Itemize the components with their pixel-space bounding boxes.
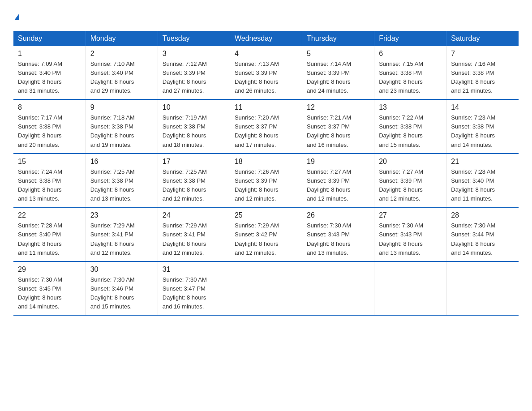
- calendar-cell: [374, 261, 446, 316]
- day-info: Sunrise: 7:13 AMSunset: 3:39 PMDaylight:…: [235, 60, 297, 96]
- calendar-cell: 19Sunrise: 7:27 AMSunset: 3:39 PMDayligh…: [302, 154, 374, 208]
- day-number: 4: [235, 50, 297, 58]
- calendar-cell: 14Sunrise: 7:23 AMSunset: 3:38 PMDayligh…: [446, 99, 519, 154]
- header-monday: Monday: [86, 31, 158, 46]
- day-info: Sunrise: 7:21 AMSunset: 3:37 PMDaylight:…: [307, 113, 369, 150]
- day-number: 26: [307, 211, 369, 219]
- day-number: 6: [379, 50, 442, 58]
- day-number: 10: [163, 103, 225, 111]
- day-info: Sunrise: 7:28 AMSunset: 3:40 PMDaylight:…: [451, 167, 514, 204]
- calendar-cell: 15Sunrise: 7:24 AMSunset: 3:38 PMDayligh…: [13, 154, 86, 208]
- logo-triangle-icon: [14, 13, 19, 20]
- calendar-cell: 31Sunrise: 7:30 AMSunset: 3:47 PMDayligh…: [158, 261, 230, 316]
- header-sunday: Sunday: [13, 31, 86, 46]
- calendar-header-row: SundayMondayTuesdayWednesdayThursdayFrid…: [13, 31, 519, 46]
- day-number: 11: [235, 103, 297, 111]
- day-number: 24: [163, 211, 225, 219]
- calendar-week-row: 22Sunrise: 7:28 AMSunset: 3:40 PMDayligh…: [13, 207, 519, 261]
- day-number: 22: [18, 211, 81, 219]
- day-number: 12: [307, 103, 369, 111]
- calendar-week-row: 15Sunrise: 7:24 AMSunset: 3:38 PMDayligh…: [13, 154, 519, 208]
- calendar-cell: 3Sunrise: 7:12 AMSunset: 3:39 PMDaylight…: [158, 46, 230, 100]
- day-info: Sunrise: 7:15 AMSunset: 3:38 PMDaylight:…: [379, 60, 442, 96]
- day-info: Sunrise: 7:23 AMSunset: 3:38 PMDaylight:…: [451, 113, 514, 150]
- day-number: 27: [379, 211, 442, 219]
- day-info: Sunrise: 7:29 AMSunset: 3:41 PMDaylight:…: [90, 221, 153, 257]
- day-info: Sunrise: 7:14 AMSunset: 3:39 PMDaylight:…: [307, 60, 369, 96]
- day-info: Sunrise: 7:20 AMSunset: 3:37 PMDaylight:…: [235, 113, 297, 150]
- day-info: Sunrise: 7:29 AMSunset: 3:41 PMDaylight:…: [163, 221, 225, 257]
- page-header: [13, 9, 519, 22]
- calendar-cell: 23Sunrise: 7:29 AMSunset: 3:41 PMDayligh…: [86, 207, 158, 261]
- day-info: Sunrise: 7:27 AMSunset: 3:39 PMDaylight:…: [307, 167, 369, 204]
- calendar-cell: 25Sunrise: 7:29 AMSunset: 3:42 PMDayligh…: [230, 207, 302, 261]
- header-saturday: Saturday: [446, 31, 519, 46]
- calendar-cell: 8Sunrise: 7:17 AMSunset: 3:38 PMDaylight…: [13, 99, 86, 154]
- day-number: 25: [235, 211, 297, 219]
- calendar-cell: 26Sunrise: 7:30 AMSunset: 3:43 PMDayligh…: [302, 207, 374, 261]
- calendar-cell: 18Sunrise: 7:26 AMSunset: 3:39 PMDayligh…: [230, 154, 302, 208]
- day-number: 15: [18, 158, 81, 166]
- day-number: 19: [307, 158, 369, 166]
- calendar-week-row: 8Sunrise: 7:17 AMSunset: 3:38 PMDaylight…: [13, 99, 519, 154]
- day-info: Sunrise: 7:18 AMSunset: 3:38 PMDaylight:…: [90, 113, 153, 150]
- calendar-cell: 21Sunrise: 7:28 AMSunset: 3:40 PMDayligh…: [446, 154, 519, 208]
- day-info: Sunrise: 7:28 AMSunset: 3:40 PMDaylight:…: [18, 221, 81, 257]
- calendar-cell: 24Sunrise: 7:29 AMSunset: 3:41 PMDayligh…: [158, 207, 230, 261]
- calendar-cell: 7Sunrise: 7:16 AMSunset: 3:38 PMDaylight…: [446, 46, 519, 100]
- day-info: Sunrise: 7:30 AMSunset: 3:45 PMDaylight:…: [18, 275, 81, 312]
- day-number: 30: [90, 265, 153, 274]
- calendar-cell: 2Sunrise: 7:10 AMSunset: 3:40 PMDaylight…: [86, 46, 158, 100]
- day-number: 7: [451, 50, 514, 58]
- day-number: 9: [90, 103, 153, 111]
- day-info: Sunrise: 7:30 AMSunset: 3:43 PMDaylight:…: [379, 221, 442, 257]
- day-info: Sunrise: 7:26 AMSunset: 3:39 PMDaylight:…: [235, 167, 297, 204]
- calendar-cell: 20Sunrise: 7:27 AMSunset: 3:39 PMDayligh…: [374, 154, 446, 208]
- day-number: 18: [235, 158, 297, 166]
- calendar-cell: 9Sunrise: 7:18 AMSunset: 3:38 PMDaylight…: [86, 99, 158, 154]
- day-number: 14: [451, 103, 514, 111]
- day-info: Sunrise: 7:30 AMSunset: 3:47 PMDaylight:…: [163, 275, 225, 312]
- day-info: Sunrise: 7:25 AMSunset: 3:38 PMDaylight:…: [163, 167, 225, 204]
- header-wednesday: Wednesday: [230, 31, 302, 46]
- day-info: Sunrise: 7:09 AMSunset: 3:40 PMDaylight:…: [18, 60, 81, 96]
- day-info: Sunrise: 7:12 AMSunset: 3:39 PMDaylight:…: [163, 60, 225, 96]
- calendar-cell: 1Sunrise: 7:09 AMSunset: 3:40 PMDaylight…: [13, 46, 86, 100]
- calendar-cell: 16Sunrise: 7:25 AMSunset: 3:38 PMDayligh…: [86, 154, 158, 208]
- day-info: Sunrise: 7:19 AMSunset: 3:38 PMDaylight:…: [163, 113, 225, 150]
- day-number: 28: [451, 211, 514, 219]
- calendar-cell: [302, 261, 374, 316]
- day-number: 8: [18, 103, 81, 111]
- day-number: 16: [90, 158, 153, 166]
- day-info: Sunrise: 7:29 AMSunset: 3:42 PMDaylight:…: [235, 221, 297, 257]
- day-info: Sunrise: 7:10 AMSunset: 3:40 PMDaylight:…: [90, 60, 153, 96]
- calendar-cell: 30Sunrise: 7:30 AMSunset: 3:46 PMDayligh…: [86, 261, 158, 316]
- day-info: Sunrise: 7:27 AMSunset: 3:39 PMDaylight:…: [379, 167, 442, 204]
- day-number: 5: [307, 50, 369, 58]
- day-info: Sunrise: 7:16 AMSunset: 3:38 PMDaylight:…: [451, 60, 514, 96]
- day-info: Sunrise: 7:30 AMSunset: 3:46 PMDaylight:…: [90, 275, 153, 312]
- day-info: Sunrise: 7:24 AMSunset: 3:38 PMDaylight:…: [18, 167, 81, 204]
- calendar-cell: 12Sunrise: 7:21 AMSunset: 3:37 PMDayligh…: [302, 99, 374, 154]
- calendar-cell: [230, 261, 302, 316]
- day-info: Sunrise: 7:17 AMSunset: 3:38 PMDaylight:…: [18, 113, 81, 150]
- calendar-week-row: 1Sunrise: 7:09 AMSunset: 3:40 PMDaylight…: [13, 46, 519, 100]
- day-number: 29: [18, 265, 81, 274]
- day-number: 3: [163, 50, 225, 58]
- day-info: Sunrise: 7:30 AMSunset: 3:44 PMDaylight:…: [451, 221, 514, 257]
- calendar-week-row: 29Sunrise: 7:30 AMSunset: 3:45 PMDayligh…: [13, 261, 519, 316]
- calendar-cell: 17Sunrise: 7:25 AMSunset: 3:38 PMDayligh…: [158, 154, 230, 208]
- calendar-cell: 10Sunrise: 7:19 AMSunset: 3:38 PMDayligh…: [158, 99, 230, 154]
- calendar-cell: 6Sunrise: 7:15 AMSunset: 3:38 PMDaylight…: [374, 46, 446, 100]
- calendar-cell: 11Sunrise: 7:20 AMSunset: 3:37 PMDayligh…: [230, 99, 302, 154]
- day-info: Sunrise: 7:30 AMSunset: 3:43 PMDaylight:…: [307, 221, 369, 257]
- day-info: Sunrise: 7:25 AMSunset: 3:38 PMDaylight:…: [90, 167, 153, 204]
- day-number: 2: [90, 50, 153, 58]
- calendar-cell: [446, 261, 519, 316]
- calendar-cell: 28Sunrise: 7:30 AMSunset: 3:44 PMDayligh…: [446, 207, 519, 261]
- day-number: 21: [451, 158, 514, 166]
- logo: [13, 9, 19, 22]
- calendar-cell: 27Sunrise: 7:30 AMSunset: 3:43 PMDayligh…: [374, 207, 446, 261]
- day-number: 20: [379, 158, 442, 166]
- day-number: 17: [163, 158, 225, 166]
